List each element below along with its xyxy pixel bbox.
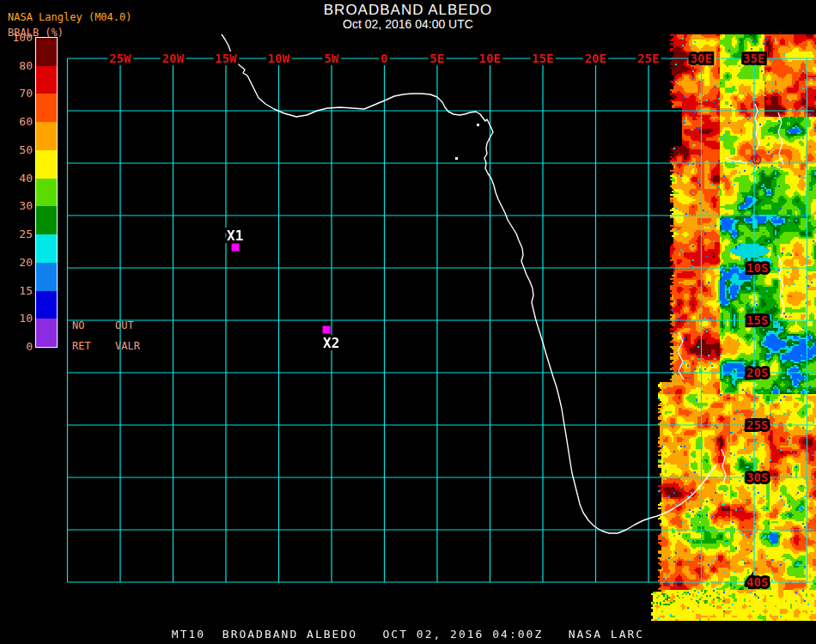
coastline-path bbox=[222, 34, 716, 533]
lon-label: 5E bbox=[430, 52, 445, 65]
map-overlay: 25W20W15W10W5W05E10E15E20E25E30E35E10S15… bbox=[0, 0, 816, 644]
app-window: NASA Langley (M04.0) BROADBAND ALBEDO Oc… bbox=[0, 0, 816, 644]
lat-label: 30S bbox=[746, 471, 768, 484]
station-marker-square bbox=[323, 326, 331, 334]
lat-label: 15S bbox=[746, 313, 768, 327]
lat-label: 25S bbox=[746, 418, 768, 432]
lon-label: 35E bbox=[743, 52, 764, 65]
island-dot bbox=[477, 124, 479, 126]
lon-label: 5W bbox=[325, 52, 339, 65]
lon-label: 15W bbox=[215, 52, 237, 65]
river-line bbox=[778, 255, 784, 317]
station-marker-label: X1 bbox=[227, 228, 243, 244]
lon-label: 10W bbox=[268, 52, 290, 65]
lat-label: 10S bbox=[746, 261, 768, 275]
lon-label: 0 bbox=[381, 52, 387, 65]
lon-label: 20W bbox=[162, 52, 185, 65]
lat-label: 20S bbox=[746, 366, 768, 380]
lon-label: 15E bbox=[532, 52, 553, 65]
river-line bbox=[722, 449, 726, 483]
lon-label: 10E bbox=[479, 52, 501, 65]
station-marker-label: X2 bbox=[323, 335, 339, 351]
footer-caption: MT10 BROADBAND ALBEDO OCT 02, 2016 04:00… bbox=[0, 628, 816, 641]
lon-label: 30E bbox=[691, 52, 712, 65]
river-line bbox=[726, 158, 747, 163]
station-marker-square bbox=[232, 244, 240, 252]
lon-label: 25W bbox=[109, 52, 131, 65]
lon-label: 20E bbox=[585, 52, 606, 65]
lon-label: 25E bbox=[637, 52, 659, 65]
island-dot bbox=[455, 157, 458, 160]
lat-label: 40S bbox=[746, 575, 768, 589]
river-line bbox=[778, 112, 783, 165]
